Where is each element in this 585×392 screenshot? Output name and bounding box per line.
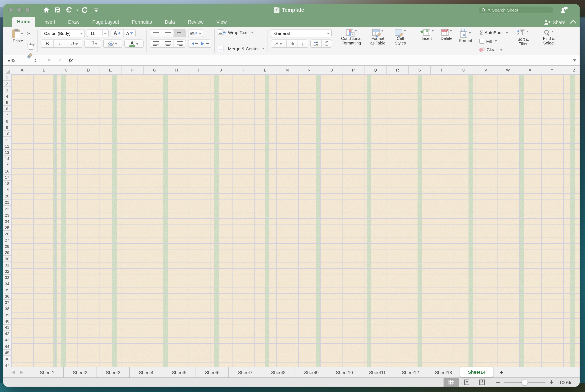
decrease-font-size-button[interactable]: A <box>123 30 135 37</box>
increase-font-size-button[interactable]: A <box>111 30 123 37</box>
comma-format-button[interactable]: , <box>297 40 308 48</box>
row-header-20[interactable]: 20 <box>3 193 11 200</box>
ribbon-tab-draw[interactable]: Draw <box>63 18 84 26</box>
delete-cells-caret[interactable] <box>450 30 452 33</box>
autosum-button[interactable]: Σ AutoSum <box>479 29 508 36</box>
ribbon-tab-page-layout[interactable]: Page Layout <box>87 18 124 26</box>
sheet-tab-sheet1[interactable]: Sheet1 <box>31 367 64 378</box>
copy-dropdown-caret[interactable] <box>32 44 35 48</box>
row-header-37[interactable]: 37 <box>3 300 11 306</box>
font-color-caret[interactable] <box>136 43 139 46</box>
share-button[interactable]: Share <box>544 20 565 25</box>
column-header-I[interactable]: I <box>188 66 210 74</box>
save-button[interactable] <box>53 6 63 14</box>
column-header-O[interactable]: O <box>320 66 343 74</box>
column-header-G[interactable]: G <box>144 66 166 74</box>
fill-color-caret[interactable] <box>115 43 117 46</box>
row-header-24[interactable]: 24 <box>3 218 11 224</box>
column-header-A[interactable]: A <box>11 66 33 74</box>
row-header-2[interactable]: 2 <box>3 81 11 87</box>
cell-styles-caret[interactable] <box>403 30 406 33</box>
percent-format-button[interactable]: % <box>286 40 297 48</box>
column-header-Q[interactable]: Q <box>365 66 387 74</box>
fill-button[interactable]: ↓ Fill <box>479 38 508 44</box>
column-header-H[interactable]: H <box>166 66 188 74</box>
undo-dropdown-caret[interactable] <box>76 9 79 12</box>
collapse-ribbon-button[interactable] <box>571 20 574 23</box>
row-header-10[interactable]: 10 <box>3 131 11 137</box>
column-header-P[interactable]: P <box>343 66 365 74</box>
italic-button[interactable]: I <box>53 40 66 48</box>
previous-sheet-button[interactable] <box>10 370 15 374</box>
row-header-40[interactable]: 40 <box>3 318 11 325</box>
sort-filter-button[interactable]: AZ Sort & Filter <box>512 28 534 54</box>
align-center-button[interactable] <box>162 40 173 48</box>
row-header-30[interactable]: 30 <box>3 256 11 262</box>
font-size-select[interactable]: 11 <box>87 29 109 38</box>
zoom-window-button[interactable] <box>25 8 30 12</box>
fill-color-button[interactable] <box>103 40 122 48</box>
column-header-Y[interactable]: Y <box>541 66 563 74</box>
row-header-34[interactable]: 34 <box>3 281 11 287</box>
sheet-tab-sheet3[interactable]: Sheet3 <box>97 367 130 378</box>
select-all-corner[interactable] <box>3 66 11 74</box>
row-header-42[interactable]: 42 <box>3 331 11 337</box>
find-select-caret[interactable] <box>551 31 553 34</box>
borders-dropdown-caret[interactable] <box>95 43 97 46</box>
column-header-U[interactable]: U <box>453 66 475 74</box>
sheet-tab-sheet5[interactable]: Sheet5 <box>163 367 196 378</box>
align-top-button[interactable] <box>150 30 162 37</box>
row-header-41[interactable]: 41 <box>3 325 11 331</box>
row-header-45[interactable]: 45 <box>3 350 11 356</box>
column-header-R[interactable]: R <box>387 66 409 74</box>
sheet-tab-sheet11[interactable]: Sheet11 <box>361 367 394 378</box>
cut-button[interactable]: ✂ <box>27 30 35 37</box>
merge-center-button[interactable]: ↔ Merge & Center <box>218 46 265 51</box>
zoom-slider-track[interactable] <box>504 382 545 383</box>
home-toolbar-button[interactable] <box>41 6 51 14</box>
row-header-25[interactable]: 25 <box>3 224 11 231</box>
orientation-button[interactable]: ab↗ <box>188 29 203 38</box>
sheet-tab-sheet6[interactable]: Sheet6 <box>196 367 229 378</box>
paste-dropdown-caret[interactable] <box>21 33 23 36</box>
increase-decimal-button[interactable]: .00▸.0 <box>321 40 332 48</box>
row-header-26[interactable]: 26 <box>3 231 11 237</box>
worksheet-cells[interactable] <box>11 74 579 367</box>
format-cells-button[interactable]: |↔| Format <box>458 28 473 54</box>
currency-format-button[interactable]: $ <box>271 40 286 48</box>
column-header-Z[interactable]: Z <box>563 66 579 74</box>
font-family-select[interactable]: Calibri (Body) <box>41 29 85 38</box>
sheet-tab-sheet14[interactable]: Sheet14 <box>460 367 493 377</box>
column-header-J[interactable]: J <box>210 66 232 74</box>
row-header-22[interactable]: 22 <box>3 206 11 212</box>
insert-function-button[interactable]: fx <box>65 57 76 64</box>
column-header-C[interactable]: C <box>55 66 77 74</box>
row-header-11[interactable]: 11 <box>3 137 11 143</box>
confirm-entry-button[interactable]: ✓ <box>55 57 65 63</box>
row-header-27[interactable]: 27 <box>3 237 11 243</box>
ribbon-tab-review[interactable]: Review <box>183 18 208 26</box>
align-middle-button[interactable] <box>162 30 173 37</box>
customize-toolbar-button[interactable] <box>91 6 101 14</box>
ribbon-tab-data[interactable]: Data <box>160 18 180 26</box>
decrease-indent-button[interactable] <box>188 40 199 48</box>
row-header-39[interactable]: 39 <box>3 312 11 318</box>
cell-styles-button[interactable]: Cell Styles <box>392 28 409 54</box>
zoom-out-button[interactable] <box>496 382 500 383</box>
close-window-button[interactable] <box>8 8 13 12</box>
find-select-button[interactable]: Find & Select <box>538 28 560 54</box>
minimize-window-button[interactable] <box>17 8 22 12</box>
column-header-B[interactable]: B <box>33 66 55 74</box>
row-header-4[interactable]: 4 <box>3 93 11 99</box>
column-header-E[interactable]: E <box>100 66 122 74</box>
row-header-7[interactable]: 7 <box>3 112 11 118</box>
merge-center-caret[interactable] <box>262 48 265 51</box>
formula-bar-expand-caret[interactable] <box>573 59 576 63</box>
next-sheet-button[interactable] <box>20 370 25 374</box>
column-header-K[interactable]: K <box>232 66 254 74</box>
underline-dropdown-caret[interactable] <box>75 43 78 46</box>
name-box-stepper[interactable] <box>33 57 38 64</box>
increase-indent-button[interactable] <box>199 40 211 48</box>
row-header-16[interactable]: 16 <box>3 168 11 174</box>
row-header-23[interactable]: 23 <box>3 212 11 218</box>
